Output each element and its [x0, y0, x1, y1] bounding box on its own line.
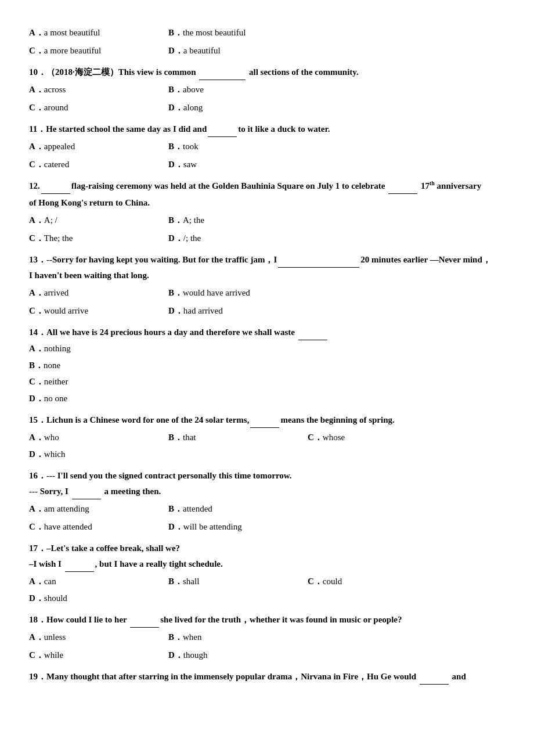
option-b: B．above — [168, 81, 296, 98]
option-d: D．saw — [168, 156, 296, 173]
question-11: 11．He started school the same day as I d… — [29, 121, 505, 172]
option-b: B．that — [168, 429, 296, 446]
option-b: B．A; the — [168, 212, 296, 229]
question-12: 12.flag-raising ceremony was held at the… — [29, 178, 505, 246]
option-d: D．should — [29, 590, 157, 607]
question-19: 19．Many thought that after starring in t… — [29, 669, 505, 685]
option-d: D．no one — [29, 390, 505, 407]
option-b: B．would have arrived — [168, 285, 296, 301]
q-top-options: A．a most beautiful B．the most beautiful … — [29, 24, 505, 59]
option-a: A．who — [29, 429, 157, 446]
option-c: C．around — [29, 99, 157, 116]
question-14: 14．All we have is 24 precious hours a da… — [29, 325, 505, 406]
question-16: 16．--- I'll send you the signed contract… — [29, 468, 505, 535]
option-c: C．have attended — [29, 519, 157, 535]
option-a: A．a most beautiful — [29, 24, 157, 41]
option-c: C．neither — [29, 373, 505, 390]
option-b: B．shall — [168, 573, 296, 590]
option-a: A．nothing — [29, 340, 505, 357]
exam-content: A．a most beautiful B．the most beautiful … — [29, 24, 505, 685]
option-b: B．attended — [168, 501, 296, 517]
option-c: C．a more beautiful — [29, 42, 157, 59]
option-c: C．while — [29, 647, 157, 664]
question-10: 10．（2018·海淀二模）This view is common all se… — [29, 64, 505, 116]
option-c: C．catered — [29, 156, 157, 173]
option-a: A．A; / — [29, 212, 157, 229]
option-a: A．unless — [29, 629, 157, 646]
option-a: A．can — [29, 573, 157, 590]
option-d: D．had arrived — [168, 303, 296, 319]
question-18: 18．How could I lie to her she lived for … — [29, 612, 505, 663]
option-d: D．/; the — [168, 230, 296, 247]
question-15: 15．Lichun is a Chinese word for one of t… — [29, 412, 505, 462]
option-d: D．which — [29, 446, 157, 463]
option-b: B．none — [29, 357, 505, 374]
option-b: B．took — [168, 138, 296, 155]
option-c: C．whose — [308, 429, 435, 446]
option-c: C．would arrive — [29, 303, 157, 319]
option-b: B．the most beautiful — [168, 24, 296, 41]
option-c: C．could — [308, 573, 435, 590]
option-d: D．a beautiful — [168, 42, 296, 59]
option-a: A．arrived — [29, 285, 157, 301]
question-13: 13．--Sorry for having kept you waiting. … — [29, 252, 505, 319]
option-a: A．across — [29, 81, 157, 98]
option-d: D．though — [168, 647, 296, 664]
option-b: B．when — [168, 629, 296, 646]
option-d: D．along — [168, 99, 296, 116]
option-a: A．am attending — [29, 501, 157, 517]
option-d: D．will be attending — [168, 519, 296, 535]
option-c: C．The; the — [29, 230, 157, 247]
option-a: A．appealed — [29, 138, 157, 155]
question-17: 17．–Let's take a coffee break, shall we?… — [29, 541, 505, 606]
